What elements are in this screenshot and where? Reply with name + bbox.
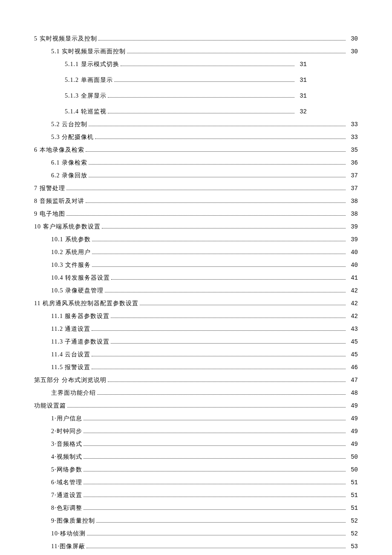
toc-entry: 7·通道设置51 [51, 491, 358, 500]
toc-page-number: 32 [296, 107, 307, 116]
toc-entry: 6.2 录像回放 37 [51, 171, 358, 180]
toc-entry: 11 机房通风系统控制器配置参数设置 42 [34, 299, 358, 308]
toc-leader-dots [84, 420, 346, 420]
toc-label: 6 本地录像及检索 [34, 145, 84, 154]
table-of-contents: 5 实时视频显示及控制 305.1 实时视频显示画面控制305.1.1 显示模式… [34, 34, 358, 555]
toc-page-number: 51 [347, 491, 358, 500]
toc-page-number: 30 [347, 35, 358, 43]
toc-entry: 主界面功能介绍48 [51, 388, 358, 398]
toc-page-number: 47 [347, 376, 358, 385]
toc-entry: 10.1 系统参数 39 [51, 235, 358, 244]
toc-label: 11 机房通风系统控制器配置参数设置 [34, 299, 138, 308]
toc-leader-dots [92, 369, 346, 369]
toc-page-number: 49 [347, 440, 358, 449]
toc-label: 2·时钟同步 [51, 427, 82, 436]
toc-leader-dots [111, 279, 346, 280]
toc-label: 10.2 系统用户 [51, 248, 91, 257]
toc-entry: 10 客户端系统参数设置 39 [34, 222, 358, 231]
toc-leader-dots [121, 66, 295, 66]
toc-leader-dots [86, 151, 346, 152]
toc-leader-dots [66, 215, 346, 216]
toc-leader-dots [86, 548, 346, 548]
toc-page-number: 31 [296, 76, 307, 85]
toc-entry: 6.1 录像检索 36 [51, 158, 358, 168]
toc-page-number: 45 [347, 338, 358, 347]
toc-page-number: 33 [347, 133, 358, 142]
toc-label: 10 客户端系统参数设置 [34, 222, 101, 231]
toc-page-number: 51 [347, 478, 358, 487]
toc-leader-dots [108, 113, 295, 113]
toc-leader-dots [67, 407, 346, 408]
toc-page-number: 50 [347, 453, 358, 462]
toc-page-number: 31 [296, 60, 307, 69]
toc-entry: 3·音频格式49 [51, 439, 358, 449]
toc-page-number: 52 [347, 517, 358, 526]
toc-page-number: 53 [347, 542, 358, 551]
toc-page-number: 40 [347, 248, 358, 257]
toc-label: 9·图像质量控制 [51, 516, 95, 525]
toc-entry: 5 实时视频显示及控制 30 [34, 34, 358, 43]
toc-label: 6·域名管理 [51, 478, 82, 487]
toc-page-number: 50 [347, 465, 358, 474]
toc-label: 11·图像屏蔽 [51, 542, 85, 551]
toc-leader-dots [84, 445, 346, 446]
toc-label: 11.2 通道设置 [51, 324, 90, 333]
toc-label: 11.5 报警设置 [51, 363, 90, 372]
toc-leader-dots [84, 484, 346, 484]
toc-label: 10·移动侦测 [51, 529, 86, 538]
toc-label: 10.3 文件服务 [51, 260, 91, 269]
toc-entry: 4·视频制式50 [51, 452, 358, 462]
toc-label: 7·通道设置 [51, 491, 82, 500]
toc-leader-dots [111, 318, 346, 318]
toc-entry: 5.1.1 显示模式切换31 [65, 60, 358, 69]
toc-leader-dots [95, 139, 346, 139]
toc-entry: 1·用户信息49 [51, 414, 358, 423]
toc-entry: 10.2 系统用户 40 [51, 248, 358, 257]
toc-label: 5.1.1 显示模式切换 [65, 60, 119, 69]
toc-page-number: 30 [347, 47, 358, 56]
toc-label: 10.5 录像硬盘管理 [51, 286, 104, 295]
toc-entry: 6·域名管理51 [51, 478, 358, 487]
toc-label: 9 电子地图 [34, 209, 65, 218]
toc-page-number: 43 [347, 325, 358, 334]
toc-label: 10.1 系统参数 [51, 235, 91, 244]
toc-leader-dots [89, 177, 346, 177]
toc-entry: 8 音频监听及对讲 38 [34, 197, 358, 206]
toc-leader-dots [92, 356, 346, 356]
toc-leader-dots [89, 164, 346, 165]
toc-page-number: 42 [347, 286, 358, 295]
toc-page-number: 35 [347, 146, 358, 155]
toc-leader-dots [105, 292, 346, 292]
toc-label: 5.3 分配摄像机 [51, 133, 94, 142]
toc-page-number: 42 [347, 312, 358, 321]
toc-entry: 11·图像屏蔽53 [51, 542, 358, 551]
toc-entry: 10.4 转发服务器设置 41 [51, 273, 358, 283]
toc-leader-dots [108, 382, 346, 382]
toc-label: 8·色彩调整 [51, 503, 82, 512]
toc-page-number: 41 [347, 274, 358, 283]
toc-entry: 10·移动侦测52 [51, 529, 358, 538]
toc-page-number: 38 [347, 197, 358, 206]
toc-label: 5·网络参数 [51, 465, 82, 474]
toc-label: 5.2 云台控制 [51, 120, 87, 129]
toc-page-number: 33 [347, 120, 358, 129]
toc-leader-dots [102, 228, 346, 228]
toc-leader-dots [92, 241, 346, 241]
toc-label: 5.1 实时视频显示画面控制 [51, 47, 126, 56]
toc-label: 7 报警处理 [34, 184, 65, 193]
toc-label: 主界面功能介绍 [51, 388, 96, 397]
toc-leader-dots [97, 394, 346, 395]
toc-leader-dots [92, 266, 346, 267]
toc-entry: 功能设置篇49 [34, 401, 358, 410]
toc-label: 3·音频格式 [51, 439, 82, 448]
toc-label: 10.4 转发服务器设置 [51, 273, 110, 282]
toc-leader-dots [98, 40, 346, 40]
toc-leader-dots [84, 509, 346, 510]
toc-leader-dots [92, 254, 346, 254]
toc-page-number: 39 [347, 223, 358, 231]
toc-leader-dots [108, 97, 295, 98]
toc-entry: 11.3 子通道参数设置 45 [51, 337, 358, 347]
toc-page-number: 45 [347, 350, 358, 359]
toc-leader-dots [111, 343, 346, 344]
toc-leader-dots [86, 202, 346, 203]
